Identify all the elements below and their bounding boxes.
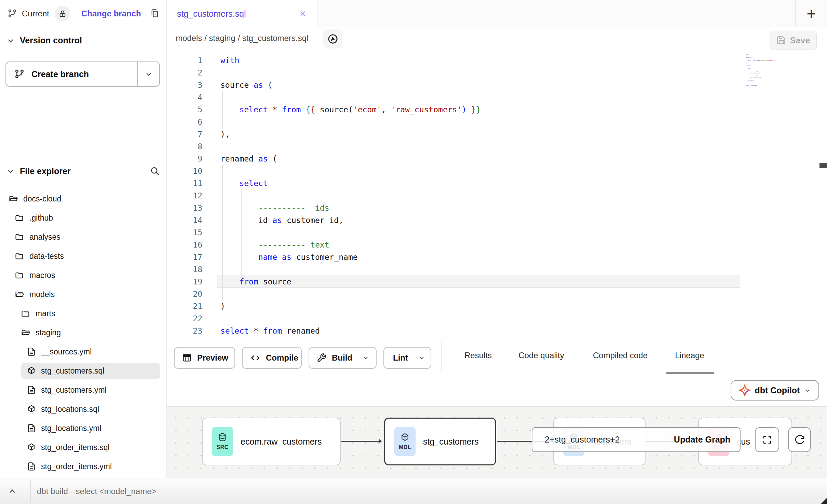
tree-item-data-tests[interactable]: data-tests <box>0 247 166 266</box>
tree-item-stg-customers-yml[interactable]: stg_customers.yml <box>0 380 166 400</box>
code-line-8[interactable]: 8 <box>167 140 481 153</box>
tree-item-models[interactable]: models <box>0 285 166 304</box>
search-icon[interactable] <box>150 166 160 176</box>
code-line-9[interactable]: 9renamed as ( <box>167 153 481 165</box>
code-line-20[interactable]: 20 <box>167 288 481 300</box>
tree-item-stg-customers-sql[interactable]: stg_customers.sql <box>21 363 160 379</box>
lineage-selector-input[interactable]: 2+stg_customers+2 <box>532 428 664 451</box>
tab-results[interactable]: Results <box>464 351 492 360</box>
new-tab-button[interactable]: + <box>802 5 820 23</box>
line-number: 2 <box>167 68 202 77</box>
tree-item-label: stg_customers.yml <box>41 386 107 395</box>
code-line-12[interactable]: 12 <box>167 190 481 202</box>
change-branch-link[interactable]: Change branch <box>81 9 141 18</box>
tree-item-stg-order-items-yml[interactable]: stg_order_items.yml <box>0 457 166 476</box>
tree-item-label: __sources.yml <box>41 347 92 356</box>
file-file-icon <box>27 347 36 356</box>
lint-dropdown[interactable] <box>413 348 431 368</box>
folder-open-icon <box>21 328 30 337</box>
save-button[interactable]: Save <box>770 31 817 50</box>
create-branch-dropdown[interactable] <box>137 62 159 86</box>
chevron-down-icon <box>7 37 14 44</box>
copy-icon[interactable] <box>150 9 160 18</box>
tree-item--sources-yml[interactable]: __sources.yml <box>0 342 166 361</box>
code-line-5[interactable]: 5 select * from {{ source('ecom', 'raw_c… <box>167 103 481 116</box>
tree-item-marts[interactable]: marts <box>0 304 166 323</box>
create-branch-main[interactable]: Create branch <box>6 62 137 86</box>
code-line-13[interactable]: 13 ---------- ids <box>167 202 481 214</box>
tree-item-docs-cloud[interactable]: docs-cloud <box>0 189 166 208</box>
lineage-panel[interactable]: SRC ecom.raw_customers MDL stg_customers… <box>167 406 827 478</box>
code-line-3[interactable]: 3source as ( <box>167 79 481 91</box>
lineage-node-source[interactable]: SRC ecom.raw_customers <box>202 418 341 465</box>
tab-code-quality[interactable]: Code quality <box>518 351 564 360</box>
create-branch-button[interactable]: Create branch <box>5 61 160 87</box>
tree-item-label: stg_customers.sql <box>41 366 104 376</box>
code-text: select * from renamed <box>744 85 757 86</box>
minimap[interactable]: withsource as ( select * from {{ source(… <box>744 54 776 86</box>
version-control-header[interactable]: Version control <box>7 36 82 45</box>
lint-button[interactable]: Lint <box>383 347 431 369</box>
code-line-4[interactable]: 4 <box>167 91 481 103</box>
model-file-icon <box>27 443 36 452</box>
code-line-17[interactable]: 17 name as customer_name <box>167 251 481 263</box>
lock-icon <box>59 10 66 17</box>
tab-lineage[interactable]: Lineage <box>675 351 704 360</box>
scrollbar-thumb[interactable] <box>819 163 827 168</box>
code-line-23: select * from renamed <box>744 85 776 86</box>
compass-icon[interactable] <box>323 29 342 48</box>
tree-item-stg-locations-yml[interactable]: stg_locations.yml <box>0 419 166 438</box>
tab-label: stg_customers.sql <box>177 9 299 19</box>
line-number: 21 <box>167 302 202 311</box>
code-line-14[interactable]: 14 id as customer_id, <box>167 214 481 226</box>
code-line-16[interactable]: 16 ---------- text <box>167 239 481 251</box>
fullscreen-button[interactable] <box>755 427 779 452</box>
line-number: 14 <box>167 216 202 225</box>
code-line-2[interactable]: 2 <box>167 67 481 79</box>
tree-item-stg-locations-sql[interactable]: stg_locations.sql <box>0 400 166 419</box>
lineage-node-stg-customers[interactable]: MDL stg_customers <box>384 418 496 465</box>
code-line-7[interactable]: 7), <box>167 128 481 140</box>
code-line-18[interactable]: 18 <box>167 263 481 276</box>
folder-open-icon <box>9 194 18 204</box>
tree-item-staging[interactable]: staging <box>0 323 166 342</box>
compile-button[interactable]: Compile <box>242 347 302 369</box>
code-line-19[interactable]: 19 from source <box>167 276 481 288</box>
current-branch-label: Current <box>22 9 49 18</box>
code-editor[interactable]: 1with23source as (45 select * from {{ so… <box>167 51 827 338</box>
tab-stg-customers-sql[interactable]: stg_customers.sql <box>167 0 317 27</box>
line-number: 6 <box>167 117 202 126</box>
preview-button[interactable]: Preview <box>174 347 235 369</box>
tree-item-macros[interactable]: macros <box>0 266 166 285</box>
build-button[interactable]: Build <box>309 347 377 369</box>
code-line-21[interactable]: 21) <box>167 300 481 312</box>
code-line-15[interactable]: 15 <box>167 226 481 239</box>
code-line-10[interactable]: 10 <box>167 165 481 177</box>
code-line-23[interactable]: 23select * from renamed <box>167 325 481 337</box>
code-line-1[interactable]: 1with <box>167 54 481 67</box>
tree-item-analyses[interactable]: analyses <box>0 227 166 247</box>
file-explorer-header[interactable]: File explorer <box>7 166 160 176</box>
tab-compiled-code[interactable]: Compiled code <box>593 351 648 360</box>
close-icon[interactable] <box>299 10 307 18</box>
resize-corner[interactable] <box>821 498 827 504</box>
refresh-button[interactable] <box>788 427 811 452</box>
line-number: 13 <box>167 204 202 212</box>
code-text: renamed as ( <box>744 66 752 67</box>
code-text: source as ( <box>202 81 272 89</box>
code-lines[interactable]: 1with23source as (45 select * from {{ so… <box>167 54 481 337</box>
update-graph-button[interactable]: Update Graph <box>664 428 740 451</box>
command-input[interactable]: dbt build --select <model_name> <box>37 478 157 504</box>
build-dropdown[interactable] <box>355 348 376 368</box>
code-line-22[interactable]: 22 <box>167 312 481 325</box>
dbt-copilot-button[interactable]: dbt Copilot <box>731 380 819 401</box>
chevron-up-icon[interactable] <box>8 487 17 496</box>
tree-item--github[interactable]: .github <box>0 208 166 227</box>
scrollbar-track[interactable] <box>819 51 819 338</box>
branch-lock-chip <box>55 6 70 22</box>
tree-item-label: stg_order_items.yml <box>41 462 112 471</box>
tree-item-stg-order-items-sql[interactable]: stg_order_items.sql <box>0 438 166 457</box>
wrench-icon <box>317 353 326 363</box>
code-line-11[interactable]: 11 select <box>167 177 481 190</box>
code-line-6[interactable]: 6 <box>167 116 481 128</box>
